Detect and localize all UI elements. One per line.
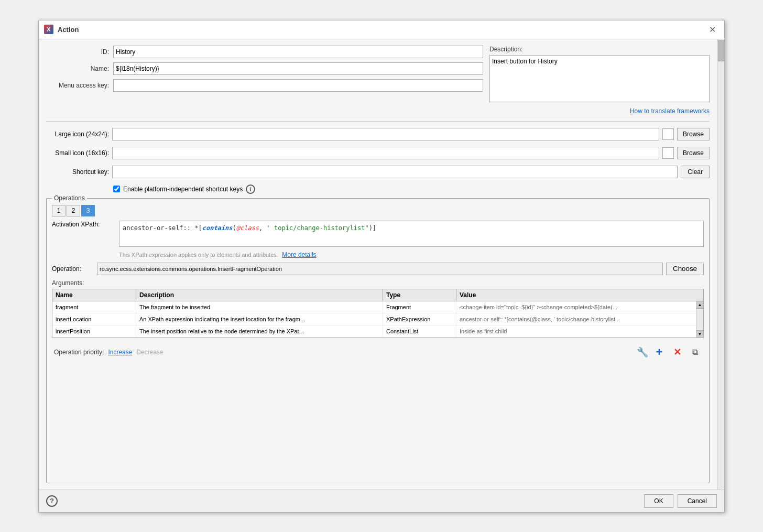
- menu-access-key-row: Menu access key:: [46, 79, 483, 92]
- description-section: Description: Insert button for History: [489, 46, 710, 102]
- title-bar-left: X Action: [44, 25, 79, 34]
- description-area[interactable]: Insert button for History: [489, 55, 710, 102]
- operation-label: Operation:: [52, 265, 94, 273]
- add-operation-button[interactable]: +: [652, 345, 666, 359]
- large-icon-input[interactable]: [112, 128, 659, 140]
- shortcut-checkbox-label: Enable platform-independent shortcut key…: [123, 186, 243, 193]
- args-value-0: <change-item id="topic_${id}" ><change-c…: [456, 301, 703, 313]
- clear-button[interactable]: Clear: [681, 166, 710, 178]
- args-value-1: ancestor-or-self:: *[contains(@class, ' …: [456, 313, 703, 325]
- shortcut-key-label: Shortcut key:: [46, 168, 109, 176]
- args-table-body: fragment The fragment to be inserted Fra…: [52, 301, 703, 338]
- args-scrollbar[interactable]: ▲ ▼: [696, 301, 703, 338]
- xpath-hint-row: This XPath expression applies only to el…: [119, 251, 704, 258]
- shortcut-key-row: Shortcut key: Clear: [46, 166, 710, 178]
- xpath-hint-text: This XPath expression applies only to el…: [119, 252, 278, 258]
- col-type: Type: [383, 289, 456, 301]
- activation-xpath-row: Activation XPath: ancestor-or-self:: *[c…: [52, 221, 704, 247]
- operation-row: Operation: Choose: [52, 263, 704, 275]
- col-name: Name: [52, 289, 136, 301]
- shortcut-checkbox[interactable]: [113, 186, 120, 192]
- args-scroll-up[interactable]: ▲: [696, 301, 703, 309]
- large-icon-label: Large icon (24x24):: [46, 131, 109, 138]
- id-row: ID:: [46, 46, 483, 58]
- name-input[interactable]: [113, 62, 483, 75]
- col-description: Description: [136, 289, 383, 301]
- help-button[interactable]: ?: [46, 495, 58, 507]
- dialog-title: Action: [58, 26, 79, 34]
- large-icon-preview: [662, 128, 674, 140]
- operations-group: Operations 1 2 3 Activation XPath: ances…: [46, 198, 710, 483]
- info-icon[interactable]: i: [246, 184, 255, 194]
- large-icon-row: Large icon (24x24): Browse: [46, 128, 710, 140]
- remove-operation-button[interactable]: ✕: [670, 345, 684, 359]
- menu-access-key-label: Menu access key:: [46, 82, 109, 89]
- args-name-2: insertPosition: [52, 325, 136, 337]
- choose-button[interactable]: Choose: [666, 263, 704, 275]
- col-value: Value: [456, 289, 703, 301]
- args-name-1: insertLocation: [52, 313, 136, 325]
- args-table-header: Name Description Type Value: [52, 289, 703, 301]
- close-button[interactable]: ✕: [706, 24, 719, 36]
- description-label: Description:: [489, 46, 710, 53]
- arguments-table: Name Description Type Value fragment The…: [52, 289, 704, 338]
- translate-link-row: How to translate frameworks: [46, 107, 710, 115]
- scrollbar-thumb[interactable]: [718, 40, 724, 61]
- tab-2[interactable]: 2: [67, 205, 80, 216]
- activation-xpath-label: Activation XPath:: [52, 221, 115, 247]
- args-type-0: Fragment: [383, 301, 456, 313]
- bottom-toolbar: Operation priority: Increase Decrease 🔧 …: [52, 342, 704, 361]
- shortcut-key-input[interactable]: [112, 166, 678, 178]
- action-dialog: X Action ✕ ID: Name:: [38, 20, 725, 513]
- copy-operation-button[interactable]: ⧉: [688, 345, 702, 359]
- remove-icon: ✕: [673, 346, 681, 358]
- how-to-translate-link[interactable]: How to translate frameworks: [630, 107, 710, 115]
- small-icon-input[interactable]: [112, 147, 659, 159]
- dialog-body: ID: Name: Menu access key: Desc: [39, 39, 724, 490]
- id-label: ID:: [46, 48, 109, 56]
- menu-access-key-input[interactable]: [113, 79, 483, 92]
- name-label: Name:: [46, 65, 109, 72]
- small-icon-browse-button[interactable]: Browse: [677, 147, 710, 159]
- operations-tabs: 1 2 3: [52, 205, 704, 216]
- small-icon-preview: [662, 147, 674, 159]
- args-row-2[interactable]: insertPosition The insert position relat…: [52, 325, 703, 338]
- operations-legend: Operations: [52, 194, 87, 202]
- tab-3[interactable]: 3: [81, 205, 95, 216]
- operation-input[interactable]: [97, 263, 663, 275]
- main-content: ID: Name: Menu access key: Desc: [39, 39, 717, 490]
- args-row-1[interactable]: insertLocation An XPath expression indic…: [52, 313, 703, 325]
- top-left-fields: ID: Name: Menu access key:: [46, 46, 483, 102]
- id-input[interactable]: [113, 46, 483, 58]
- args-row-0[interactable]: fragment The fragment to be inserted Fra…: [52, 301, 703, 313]
- title-bar: X Action ✕: [39, 20, 724, 39]
- large-icon-browse-button[interactable]: Browse: [677, 128, 710, 140]
- more-details-link[interactable]: More details: [282, 251, 316, 258]
- activation-xpath-area[interactable]: ancestor-or-self:: *[contains(@class, ' …: [119, 221, 704, 247]
- shortcut-checkbox-row: Enable platform-independent shortcut key…: [113, 184, 710, 194]
- small-icon-row: Small icon (16x16): Browse: [46, 147, 710, 159]
- arguments-label: Arguments:: [52, 279, 704, 287]
- priority-label: Operation priority:: [54, 349, 104, 356]
- separator: [46, 121, 710, 122]
- app-icon: X: [44, 25, 53, 34]
- small-icon-label: Small icon (16x16):: [46, 149, 109, 157]
- args-value-2: Inside as first child: [456, 325, 703, 337]
- priority-section: Operation priority: Increase Decrease: [54, 349, 164, 356]
- arguments-section: Arguments: Name Description Type Value f…: [52, 279, 704, 338]
- args-desc-1: An XPath expression indicating the inser…: [136, 313, 383, 325]
- ok-button[interactable]: OK: [644, 494, 673, 508]
- tab-1[interactable]: 1: [52, 205, 66, 216]
- args-type-2: ConstantList: [383, 325, 456, 337]
- copy-icon: ⧉: [692, 348, 698, 357]
- args-scroll-down[interactable]: ▼: [696, 330, 703, 338]
- args-type-1: XPathExpression: [383, 313, 456, 325]
- name-row: Name:: [46, 62, 483, 75]
- args-desc-0: The fragment to be inserted: [136, 301, 383, 313]
- dialog-scrollbar[interactable]: [717, 39, 724, 490]
- decrease-priority-label: Decrease: [136, 349, 163, 356]
- cancel-button[interactable]: Cancel: [678, 494, 717, 508]
- wrench-icon[interactable]: 🔧: [637, 346, 648, 358]
- action-icons: 🔧 + ✕ ⧉: [637, 345, 702, 359]
- increase-priority-link[interactable]: Increase: [108, 349, 132, 356]
